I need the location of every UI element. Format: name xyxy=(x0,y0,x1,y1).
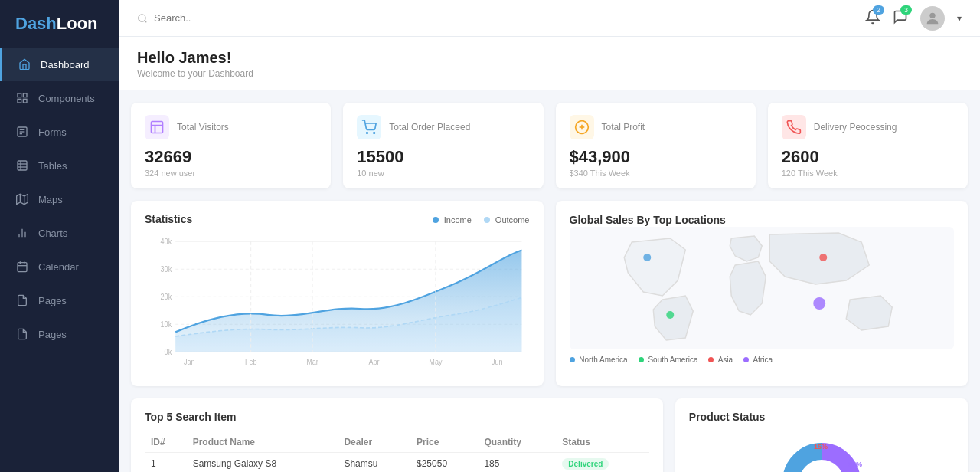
sidebar: DashLoon Dashboard Components Forms Tabl… xyxy=(0,0,119,472)
svg-rect-0 xyxy=(18,93,21,97)
row1-status: Delivered xyxy=(556,453,649,473)
sidebar-item-pages2[interactable]: Pages xyxy=(0,317,119,351)
message-badge: 3 xyxy=(900,5,912,15)
sidebar-item-pages1[interactable]: Pages xyxy=(0,284,119,317)
svg-text:May: May xyxy=(429,358,442,367)
sidebar-item-components[interactable]: Components xyxy=(0,81,119,115)
stats-row: Total Visitors 32669 324 new user Total … xyxy=(119,90,980,188)
orders-icon xyxy=(357,115,381,139)
sidebar-label-maps: Maps xyxy=(38,194,63,205)
header: 2 3 ▾ xyxy=(119,0,980,37)
sidebar-item-tables[interactable]: Tables xyxy=(0,149,119,182)
svg-line-23 xyxy=(145,20,147,22)
delivery-label: Delivery Peocessing xyxy=(814,122,897,133)
na-legend: North America xyxy=(570,356,628,364)
row1-id: 1 xyxy=(145,453,187,473)
pages2-icon xyxy=(15,327,29,341)
asia-legend-dot xyxy=(708,357,714,362)
svg-rect-1 xyxy=(23,93,27,97)
stat-header-delivery: Delivery Peocessing xyxy=(782,115,954,139)
svg-rect-25 xyxy=(152,122,163,133)
avatar[interactable] xyxy=(920,6,945,31)
sidebar-label-calendar: Calendar xyxy=(38,261,79,273)
calendar-icon xyxy=(15,260,29,274)
svg-text:Jan: Jan xyxy=(184,358,195,367)
charts-row: Statistics Income Outcome xyxy=(119,188,980,386)
svg-text:20k: 20k xyxy=(161,292,172,301)
donut-svg: 35% 23% 15% xyxy=(772,432,871,472)
sidebar-item-calendar[interactable]: Calendar xyxy=(0,250,119,284)
product-status-card: Product Status xyxy=(675,398,968,472)
sidebar-label-components: Components xyxy=(38,93,95,104)
svg-point-26 xyxy=(367,133,368,134)
row1-dealer: Shamsu xyxy=(338,453,410,473)
messages-button[interactable]: 3 xyxy=(893,9,908,28)
donut-chart: 35% 23% 15% xyxy=(772,432,871,472)
delivery-icon xyxy=(782,115,806,139)
profit-label: Total Profit xyxy=(602,122,645,133)
sidebar-item-dashboard[interactable]: Dashboard xyxy=(0,48,119,81)
global-sales-title: Global Sales By Top Locations xyxy=(570,214,726,226)
top-search-title: Top 5 Search Item xyxy=(145,411,649,423)
statistics-title: Statistics xyxy=(145,213,192,225)
stat-header-profit: Total Profit xyxy=(570,115,742,139)
col-product: Product Name xyxy=(187,432,338,453)
sidebar-label-charts: Charts xyxy=(38,228,67,239)
label-15: 15% xyxy=(814,443,828,451)
svg-rect-18 xyxy=(18,263,27,272)
svg-marker-12 xyxy=(17,194,28,204)
sa-dot xyxy=(666,311,674,319)
search-icon xyxy=(137,13,148,24)
africa-dot xyxy=(813,297,825,310)
sidebar-label-pages1: Pages xyxy=(38,295,67,306)
visitors-sub: 324 new user xyxy=(145,169,317,178)
row1-price: $25050 xyxy=(410,453,478,473)
na-legend-dot xyxy=(570,357,575,362)
map-legend: North America South America Asia Africa xyxy=(570,356,955,364)
outcome-legend: Outcome xyxy=(484,215,530,225)
stat-card-orders: Total Order Placeed 15500 10 new xyxy=(343,103,543,188)
visitors-value: 32669 xyxy=(145,147,317,167)
welcome-section: Hello James! Welcome to your Dashboard xyxy=(119,37,980,90)
maps-icon xyxy=(15,192,29,206)
africa-legend-dot xyxy=(743,357,749,362)
svg-text:40k: 40k xyxy=(161,237,172,246)
header-icons: 2 3 ▾ xyxy=(865,6,962,31)
sa-legend-dot xyxy=(639,357,644,362)
sidebar-label-tables: Tables xyxy=(38,160,67,172)
visitors-label: Total Visitors xyxy=(177,122,229,133)
world-map-svg xyxy=(570,227,955,349)
col-quantity: Quantity xyxy=(478,432,556,453)
top-search-card: Top 5 Search Item ID# Product Name Deale… xyxy=(131,398,663,472)
statistics-legend: Income Outcome xyxy=(433,215,530,225)
orders-label: Total Order Placeed xyxy=(389,122,470,133)
pages1-icon xyxy=(15,293,29,307)
user-avatar-icon xyxy=(924,10,941,27)
global-sales-card: Global Sales By Top Locations xyxy=(556,201,969,386)
col-dealer: Dealer xyxy=(338,432,410,453)
svg-rect-8 xyxy=(18,161,27,170)
svg-text:Mar: Mar xyxy=(306,358,318,367)
main-area: 2 3 ▾ Hello James! Welcome to your Dashb… xyxy=(119,0,980,472)
home-icon xyxy=(18,57,31,71)
notification-button[interactable]: 2 xyxy=(865,9,880,28)
svg-point-22 xyxy=(139,14,145,21)
content-area: Hello James! Welcome to your Dashboard T… xyxy=(119,37,980,472)
sidebar-label-forms: Forms xyxy=(38,126,67,138)
search-input[interactable] xyxy=(154,12,307,24)
stat-header-orders: Total Order Placeed xyxy=(357,115,529,139)
status-delivered: Delivered xyxy=(562,458,609,470)
table-header-row: ID# Product Name Dealer Price Quantity S… xyxy=(145,432,649,453)
svg-text:10k: 10k xyxy=(161,320,172,329)
stat-card-visitors: Total Visitors 32669 324 new user xyxy=(131,103,331,188)
income-legend: Income xyxy=(433,215,472,225)
logo: DashLoon xyxy=(0,0,119,48)
stat-card-profit: Total Profit $43,900 $340 This Week xyxy=(556,103,756,188)
avatar-dropdown-icon[interactable]: ▾ xyxy=(957,13,962,24)
sidebar-item-maps[interactable]: Maps xyxy=(0,182,119,216)
profit-sub: $340 This Week xyxy=(570,169,742,178)
sidebar-item-charts[interactable]: Charts xyxy=(0,216,119,250)
outcome-dot xyxy=(484,217,490,223)
income-dot xyxy=(433,217,439,223)
sidebar-item-forms[interactable]: Forms xyxy=(0,115,119,149)
